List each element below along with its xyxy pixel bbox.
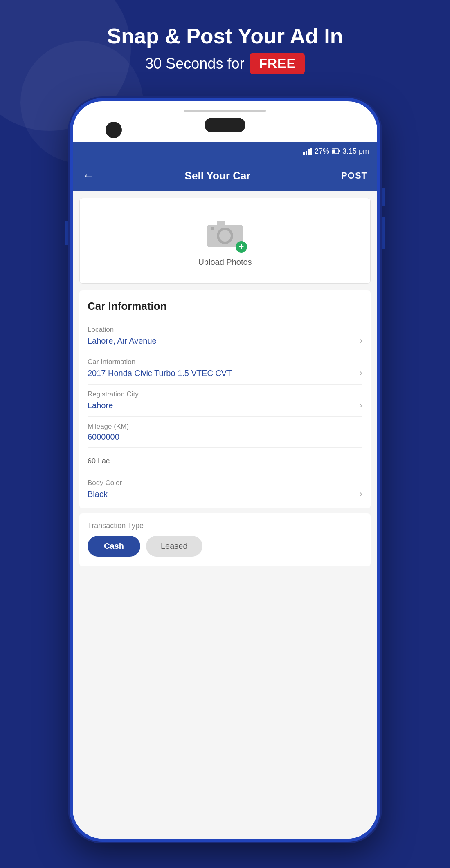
post-button[interactable]: POST: [341, 170, 367, 181]
reg-city-chevron-icon: ›: [360, 400, 362, 411]
mileage-label: Mileage (KM): [88, 423, 362, 431]
content-area: + Upload Photos Car Information Location…: [73, 191, 377, 839]
location-chevron-icon: ›: [360, 336, 362, 346]
free-badge: FREE: [250, 53, 304, 74]
mileage-value-row: 6000000: [88, 432, 362, 442]
car-info-section: Car Information Location Lahore, Air Ave…: [79, 290, 371, 508]
phone-outer: 27% 3:15 pm ← Sell Your Car POST: [70, 98, 380, 842]
svg-rect-5: [332, 150, 335, 153]
back-button[interactable]: ←: [83, 169, 94, 182]
svg-rect-10: [217, 221, 225, 226]
phone-camera-icon: [106, 122, 122, 138]
time-text: 3:15 pm: [342, 147, 369, 156]
app-bar: ← Sell Your Car POST: [73, 160, 377, 191]
svg-rect-6: [339, 150, 340, 152]
mileage-row: Mileage (KM) 6000000: [88, 417, 362, 448]
body-color-label: Body Color: [88, 479, 362, 487]
battery-icon: [332, 148, 340, 154]
body-color-value-row: Black ›: [88, 489, 362, 499]
leased-button[interactable]: Leased: [146, 536, 202, 557]
car-info-label: Car Information: [88, 358, 362, 366]
car-info-chevron-icon: ›: [360, 368, 362, 378]
location-value: Lahore, Air Avenue: [88, 336, 157, 346]
side-btn-right-bottom: [381, 217, 385, 249]
body-color-row[interactable]: Body Color Black ›: [88, 473, 362, 505]
plus-badge: +: [236, 241, 247, 253]
upload-section[interactable]: + Upload Photos: [79, 198, 371, 284]
transaction-type-label: Transaction Type: [88, 521, 362, 530]
car-info-value: 2017 Honda Civic Turbo 1.5 VTEC CVT: [88, 369, 232, 378]
reg-city-value: Lahore: [88, 401, 113, 410]
upload-photos-label: Upload Photos: [198, 257, 252, 267]
transaction-section: Transaction Type Cash Leased: [79, 513, 371, 566]
header-title: Snap & Post Your Ad In: [0, 25, 450, 48]
location-row[interactable]: Location Lahore, Air Avenue ›: [88, 320, 362, 352]
cash-button[interactable]: Cash: [88, 536, 140, 557]
svg-rect-0: [303, 152, 305, 155]
side-btn-right-top: [381, 188, 385, 206]
header-section: Snap & Post Your Ad In 30 Seconds for FR…: [0, 25, 450, 74]
body-color-value: Black: [88, 490, 108, 499]
svg-rect-3: [310, 148, 312, 155]
signal-icon: [303, 148, 312, 155]
price-row: 60 Lac: [88, 448, 362, 473]
app-bar-title: Sell Your Car: [102, 170, 333, 182]
status-icons: 27% 3:15 pm: [303, 147, 369, 156]
car-info-row[interactable]: Car Information 2017 Honda Civic Turbo 1…: [88, 352, 362, 385]
header-subtitle: 30 Seconds for FREE: [0, 53, 450, 74]
side-btn-left: [65, 221, 69, 245]
location-value-row: Lahore, Air Avenue ›: [88, 336, 362, 346]
subtitle-text: 30 Seconds for: [145, 55, 244, 72]
transaction-buttons: Cash Leased: [88, 536, 362, 557]
status-bar: 27% 3:15 pm: [73, 142, 377, 160]
mileage-value: 6000000: [88, 432, 119, 442]
reg-city-value-row: Lahore ›: [88, 400, 362, 411]
section-title: Car Information: [88, 300, 362, 313]
battery-text: 27%: [315, 147, 329, 156]
svg-rect-1: [306, 151, 307, 155]
phone-top-bar: [184, 110, 266, 112]
svg-point-11: [211, 227, 214, 230]
phone-wrapper: 27% 3:15 pm ← Sell Your Car POST: [70, 98, 380, 842]
car-info-value-row: 2017 Honda Civic Turbo 1.5 VTEC CVT ›: [88, 368, 362, 378]
location-label: Location: [88, 326, 362, 334]
body-color-chevron-icon: ›: [360, 489, 362, 499]
reg-city-label: Registration City: [88, 390, 362, 398]
price-value: 60 Lac: [88, 454, 362, 467]
phone-pill: [205, 118, 245, 132]
camera-icon-wrapper: +: [205, 215, 245, 251]
reg-city-row[interactable]: Registration City Lahore ›: [88, 385, 362, 417]
svg-rect-2: [308, 149, 310, 155]
svg-point-9: [219, 230, 231, 242]
